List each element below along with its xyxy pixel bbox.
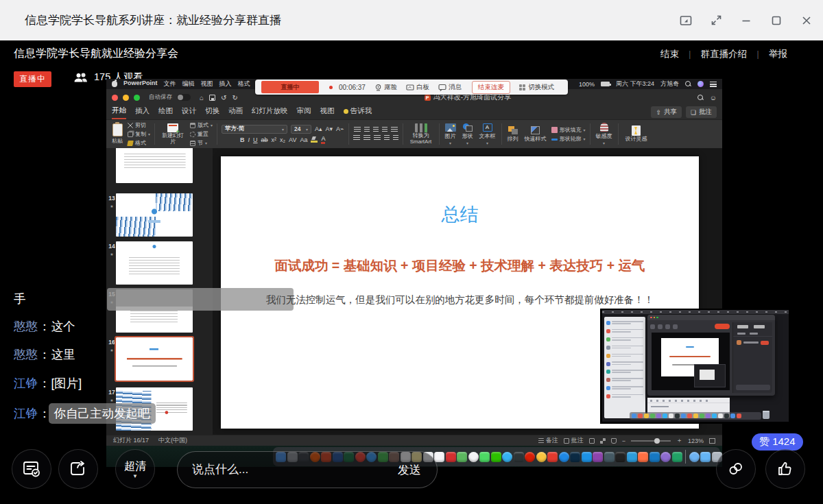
dock-icon-qq-music[interactable] bbox=[536, 452, 547, 462]
new-slide-button[interactable]: 新建幻灯片 bbox=[159, 123, 187, 145]
mac-menu-item[interactable]: PowerPoint bbox=[123, 80, 158, 88]
autosave-toggle[interactable] bbox=[177, 94, 191, 101]
dock-icon-reminders[interactable] bbox=[434, 452, 444, 462]
italic-button[interactable]: I bbox=[248, 136, 250, 143]
share-link-button[interactable] bbox=[716, 449, 756, 489]
fullscreen-icon[interactable] bbox=[709, 14, 723, 27]
dock-icon-android-studio[interactable] bbox=[604, 452, 615, 462]
mac-menu-item[interactable]: 插入 bbox=[219, 80, 232, 88]
change-case-button[interactable]: Aa bbox=[300, 136, 307, 143]
room-action-3[interactable]: 举报 bbox=[769, 48, 787, 60]
share-room-button[interactable] bbox=[58, 449, 98, 489]
insert-picture-button[interactable]: 图片▾ bbox=[444, 123, 457, 145]
meeting-live-button[interactable]: 直播中 bbox=[261, 81, 319, 93]
dock-icon-teamviewer[interactable] bbox=[649, 452, 660, 462]
room-action-1[interactable]: 结束 bbox=[660, 48, 679, 60]
minimize-icon[interactable] bbox=[739, 14, 753, 27]
dock-icon-keynote-cube[interactable] bbox=[593, 452, 603, 462]
dock-icon-netease-music[interactable] bbox=[525, 452, 535, 462]
show-face-button[interactable]: 露脸 bbox=[374, 83, 397, 92]
justify-button[interactable] bbox=[384, 135, 390, 141]
dock-icon-vscode[interactable] bbox=[627, 452, 637, 462]
dock-icon-pencil[interactable] bbox=[638, 452, 648, 462]
ppt-tab-动画[interactable]: 动画 bbox=[228, 106, 243, 119]
ppt-tab-插入[interactable]: 插入 bbox=[135, 106, 150, 119]
quick-styles-button[interactable]: 快速样式 bbox=[523, 126, 548, 143]
ppt-tab-设计[interactable]: 设计 bbox=[182, 106, 196, 119]
mac-menu-item[interactable]: 格式 bbox=[238, 80, 250, 88]
dock-icon-folder[interactable] bbox=[700, 452, 711, 462]
text-highlight-button[interactable] bbox=[311, 136, 318, 143]
section-button[interactable]: 节▾ bbox=[190, 139, 213, 147]
ppt-tab-告诉我[interactable]: 告诉我 bbox=[344, 106, 372, 119]
slide-thumbnail[interactable]: 16★ bbox=[106, 337, 213, 381]
dock-icon-app-store[interactable] bbox=[559, 452, 569, 462]
dock-icon-qq-browser[interactable] bbox=[502, 452, 512, 462]
mac-minimize-dot[interactable] bbox=[123, 95, 129, 101]
dock-icon-qq[interactable] bbox=[514, 452, 524, 462]
dock-icon-wechat[interactable] bbox=[491, 452, 501, 462]
siri-icon[interactable] bbox=[697, 81, 704, 87]
layout-button[interactable]: 版式▾ bbox=[190, 121, 213, 129]
dock-icon-messages[interactable] bbox=[479, 452, 490, 462]
message-board-button[interactable] bbox=[12, 449, 51, 489]
font-size-select[interactable]: 24▾ bbox=[291, 125, 311, 134]
dock-icon-photos[interactable] bbox=[468, 452, 479, 462]
mac-close-dot[interactable] bbox=[112, 95, 118, 101]
menubar-clock[interactable]: 周六 下午3:24 bbox=[616, 80, 654, 88]
ppt-tab-切换[interactable]: 切换 bbox=[205, 106, 219, 119]
dock-icon-docker[interactable] bbox=[582, 452, 592, 462]
comments-toggle[interactable]: 批注 bbox=[564, 436, 584, 445]
design-ideas-button[interactable]: 设计灵感 bbox=[623, 125, 650, 143]
shape-outline-button[interactable]: 形状轮廓▾ bbox=[551, 135, 586, 143]
presenter-screen-pip[interactable] bbox=[600, 309, 791, 424]
mac-menu-item[interactable]: 视图 bbox=[201, 80, 213, 88]
end-sharing-button[interactable]: 结束连麦 bbox=[472, 81, 510, 94]
mac-zoom-dot[interactable] bbox=[134, 95, 140, 101]
strikethrough-button[interactable]: ab bbox=[261, 136, 268, 143]
zoom-level[interactable]: 123% bbox=[688, 437, 704, 444]
normal-view-icon[interactable] bbox=[589, 438, 595, 444]
save-icon[interactable] bbox=[209, 95, 215, 101]
bullets-button[interactable] bbox=[354, 127, 361, 133]
menubar-user[interactable]: 方旭奇 bbox=[660, 80, 679, 88]
close-icon[interactable] bbox=[800, 14, 813, 27]
switch-mode-button[interactable]: 切换模式 bbox=[519, 83, 554, 92]
message-button[interactable]: 消息 bbox=[438, 83, 462, 92]
home-icon[interactable]: ⌂ bbox=[200, 94, 204, 101]
decrease-indent-button[interactable] bbox=[373, 127, 379, 133]
mac-menu-item[interactable]: 编辑 bbox=[182, 80, 195, 88]
superscript-button[interactable]: x² bbox=[272, 136, 277, 143]
mac-menu-item[interactable]: 文件 bbox=[164, 80, 176, 88]
notification-center-icon[interactable] bbox=[710, 82, 717, 87]
increase-indent-button[interactable] bbox=[382, 127, 387, 133]
paste-button[interactable]: 粘贴 bbox=[110, 123, 124, 145]
underline-button[interactable]: U bbox=[253, 136, 258, 143]
zoom-in-button[interactable]: ＋ bbox=[676, 436, 682, 445]
shrink-font-button[interactable]: A▾ bbox=[326, 125, 333, 132]
fit-to-window-icon[interactable] bbox=[709, 438, 715, 444]
send-button[interactable]: 发送 bbox=[398, 462, 437, 478]
dock-icon-maps[interactable] bbox=[457, 452, 467, 462]
cut-button[interactable]: 剪切 bbox=[128, 121, 150, 129]
convert-smartart-button[interactable]: 转换为SmartArt bbox=[407, 123, 435, 145]
notes-toggle[interactable]: 备注 bbox=[538, 436, 558, 445]
language-indicator[interactable]: 中文(中国) bbox=[158, 436, 187, 445]
dock-icon-terminal[interactable] bbox=[615, 452, 625, 462]
room-action-2[interactable]: 群直播介绍 bbox=[701, 48, 748, 60]
align-right-button[interactable] bbox=[374, 135, 381, 141]
ppt-tab-审阅[interactable]: 审阅 bbox=[297, 106, 311, 119]
ppt-tab-视图[interactable]: 视图 bbox=[320, 106, 335, 119]
font-color-button[interactable]: A bbox=[321, 136, 325, 144]
font-name-select[interactable]: 苹方-简▾ bbox=[222, 125, 287, 134]
bold-button[interactable]: B bbox=[240, 136, 245, 143]
ppt-tab-开始[interactable]: 开始 bbox=[112, 106, 126, 119]
slide-thumbnail[interactable]: 14★ bbox=[106, 241, 213, 285]
clear-formatting-button[interactable]: A⌁ bbox=[336, 125, 344, 132]
shape-fill-button[interactable]: 形状填充▾ bbox=[551, 126, 586, 134]
numbering-button[interactable] bbox=[364, 127, 370, 133]
ppt-tab-绘图[interactable]: 绘图 bbox=[158, 106, 173, 119]
like-button[interactable] bbox=[765, 449, 805, 489]
slide-sorter-icon[interactable] bbox=[600, 438, 606, 444]
pop-out-window-icon[interactable] bbox=[679, 14, 693, 27]
